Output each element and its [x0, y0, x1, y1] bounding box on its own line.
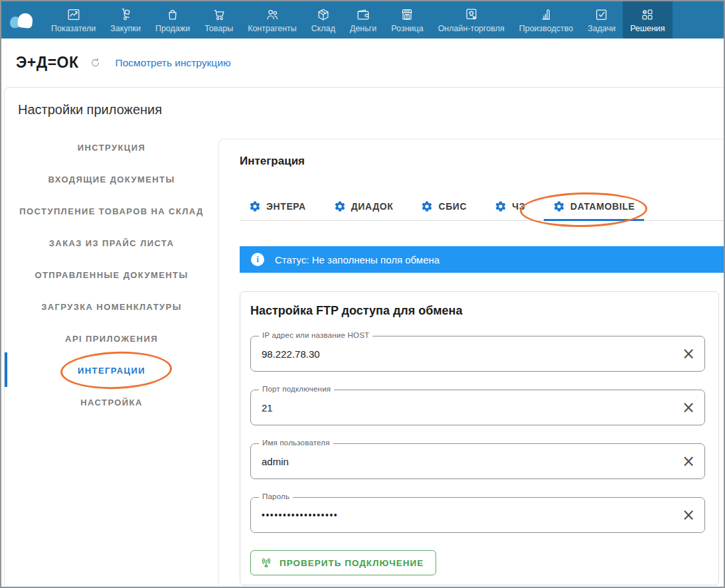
- port-input[interactable]: [251, 390, 665, 425]
- nav-item-money[interactable]: Деньги: [343, 1, 384, 38]
- gear-icon: [553, 200, 565, 212]
- clear-icon[interactable]: ×: [682, 453, 695, 469]
- tasks-icon: [594, 7, 609, 22]
- field-label: IP адрес или название HOST: [259, 331, 372, 339]
- tab-label: ДИАДОК: [351, 201, 394, 212]
- tab-sbis[interactable]: СБИС: [412, 200, 476, 220]
- nav-item-goods[interactable]: Товары: [197, 1, 240, 38]
- port-field: Порт подключения ×: [250, 390, 705, 425]
- sidebar-item-integrations[interactable]: ИНТЕГРАЦИИ: [5, 354, 218, 386]
- tab-chz[interactable]: ЧЗ: [485, 200, 534, 220]
- password-field: Пароль ×: [250, 497, 705, 533]
- nav-item-label: Закупки: [110, 24, 141, 33]
- nav-item-purchases[interactable]: Закупки: [103, 1, 148, 38]
- users-icon: [265, 7, 280, 22]
- wallet-icon: [356, 7, 370, 22]
- top-navigation: Показатели Закупки Продажи Товары Контра…: [1, 1, 724, 38]
- hand-truck-icon: [118, 7, 133, 22]
- app-header: Э+Д=ОК Посмотреть инструкцию: [1, 38, 724, 87]
- status-text: Статус: Не заполнены поля обмена: [275, 254, 440, 265]
- tab-datamobile[interactable]: DATAMOBILE: [544, 200, 644, 220]
- tab-label: ЭНТЕРА: [266, 201, 306, 212]
- chart-line-icon: [66, 7, 81, 22]
- field-label: Имя пользователя: [259, 439, 333, 447]
- nav-item-label: Показатели: [51, 24, 96, 33]
- integration-content: Интеграция ЭНТЕРА ДИАДОК СБИС ЧЗ: [218, 139, 724, 586]
- page-title: Э+Д=ОК: [16, 54, 79, 72]
- refresh-icon: [90, 57, 101, 68]
- gear-icon: [421, 200, 433, 212]
- gear-icon: [334, 200, 346, 212]
- shopping-bag-icon: [165, 7, 180, 22]
- cart-icon: [212, 7, 226, 22]
- nav-item-production[interactable]: Производство: [512, 1, 581, 38]
- production-icon: [538, 7, 553, 22]
- clear-icon[interactable]: ×: [682, 400, 695, 415]
- ftp-settings-card: Настройка FTP доступа для обмена IP адре…: [240, 291, 719, 585]
- status-banner: i Статус: Не заполнены поля обмена: [240, 246, 724, 273]
- settings-title: Настройки приложения: [5, 88, 724, 131]
- nav-item-sales[interactable]: Продажи: [148, 1, 197, 38]
- gear-icon: [495, 200, 507, 212]
- sidebar-item-sent-documents[interactable]: ОТПРАВЛЕННЫЕ ДОКУМЕНТЫ: [5, 259, 218, 291]
- username-field: Имя пользователя ×: [250, 443, 705, 479]
- broadcast-icon: [260, 556, 273, 569]
- online-store-icon: [464, 7, 479, 22]
- nav-item-label: Онлайн-торговля: [438, 24, 505, 33]
- nav-item-label: Деньги: [350, 24, 376, 33]
- sidebar-item-settings[interactable]: НАСТРОЙКА: [5, 386, 218, 418]
- info-icon: i: [251, 253, 264, 266]
- package-icon: [316, 7, 331, 22]
- sidebar-item-instruction[interactable]: ИНСТРУКЦИЯ: [5, 131, 218, 163]
- host-field: IP адрес или название HOST ×: [250, 336, 705, 372]
- nav-item-label: Склад: [311, 24, 335, 33]
- field-label: Пароль: [259, 492, 293, 500]
- ftp-card-title: Настройка FTP доступа для обмена: [250, 304, 705, 318]
- sidebar-item-api-apps[interactable]: API ПРИЛОЖЕНИЯ: [5, 323, 218, 354]
- nav-item-indicators[interactable]: Показатели: [44, 1, 103, 38]
- tab-diadoc[interactable]: ДИАДОК: [325, 200, 403, 220]
- host-input[interactable]: [251, 336, 665, 371]
- storefront-icon: [400, 7, 414, 22]
- view-instruction-link[interactable]: Посмотреть инструкцию: [116, 57, 231, 69]
- app-settings-panel: Настройки приложения ИНСТРУКЦИЯ ВХОДЯЩИЕ…: [4, 87, 724, 585]
- nav-item-label: Продажи: [155, 24, 190, 33]
- nav-item-online-trade[interactable]: Онлайн-торговля: [431, 1, 512, 38]
- refresh-button[interactable]: [90, 57, 101, 68]
- check-connection-label: ПРОВЕРИТЬ ПОДКЛЮЧЕНИЕ: [280, 558, 424, 568]
- settings-sidebar: ИНСТРУКЦИЯ ВХОДЯЩИЕ ДОКУМЕНТЫ ПОСТУПЛЕНИ…: [5, 131, 218, 586]
- sidebar-item-incoming-documents[interactable]: ВХОДЯЩИЕ ДОКУМЕНТЫ: [5, 163, 218, 195]
- field-label: Порт подключения: [259, 385, 334, 393]
- solutions-icon: [640, 7, 655, 22]
- moysklad-logo-icon: [10, 11, 35, 29]
- integration-title: Интеграция: [240, 153, 724, 169]
- sidebar-item-goods-receipt[interactable]: ПОСТУПЛЕНИЕ ТОВАРОВ НА СКЛАД: [5, 195, 218, 227]
- password-input[interactable]: [251, 498, 665, 532]
- sidebar-item-price-list-order[interactable]: ЗАКАЗ ИЗ ПРАЙС ЛИСТА: [5, 227, 218, 259]
- nav-item-label: Контрагенты: [248, 24, 297, 33]
- tab-label: ЧЗ: [512, 201, 525, 212]
- nav-item-label: Задачи: [588, 24, 615, 33]
- sidebar-item-nomenclature-load[interactable]: ЗАГРУЗКА НОМЕНКЛАТУРЫ: [5, 291, 218, 323]
- nav-item-warehouse[interactable]: Склад: [304, 1, 343, 38]
- gear-icon: [249, 200, 261, 212]
- integration-tabs: ЭНТЕРА ДИАДОК СБИС ЧЗ DATAMOBILE: [240, 200, 724, 221]
- nav-item-tasks[interactable]: Задачи: [580, 1, 623, 38]
- tab-label: DATAMOBILE: [570, 201, 635, 212]
- app-logo[interactable]: [1, 1, 44, 38]
- username-input[interactable]: [251, 444, 665, 478]
- nav-item-counterparties[interactable]: Контрагенты: [240, 1, 304, 38]
- clear-icon[interactable]: ×: [682, 507, 695, 523]
- tab-label: СБИС: [438, 201, 467, 212]
- nav-item-retail[interactable]: Розница: [384, 1, 430, 38]
- nav-item-label: Розница: [391, 24, 423, 33]
- nav-item-solutions[interactable]: Решения: [623, 1, 672, 38]
- nav-item-label: Производство: [519, 24, 574, 33]
- tab-entera[interactable]: ЭНТЕРА: [240, 200, 315, 220]
- nav-item-label: Решения: [630, 24, 665, 33]
- check-connection-button[interactable]: ПРОВЕРИТЬ ПОДКЛЮЧЕНИЕ: [250, 550, 436, 575]
- nav-item-label: Товары: [204, 24, 233, 33]
- clear-icon[interactable]: ×: [682, 346, 695, 362]
